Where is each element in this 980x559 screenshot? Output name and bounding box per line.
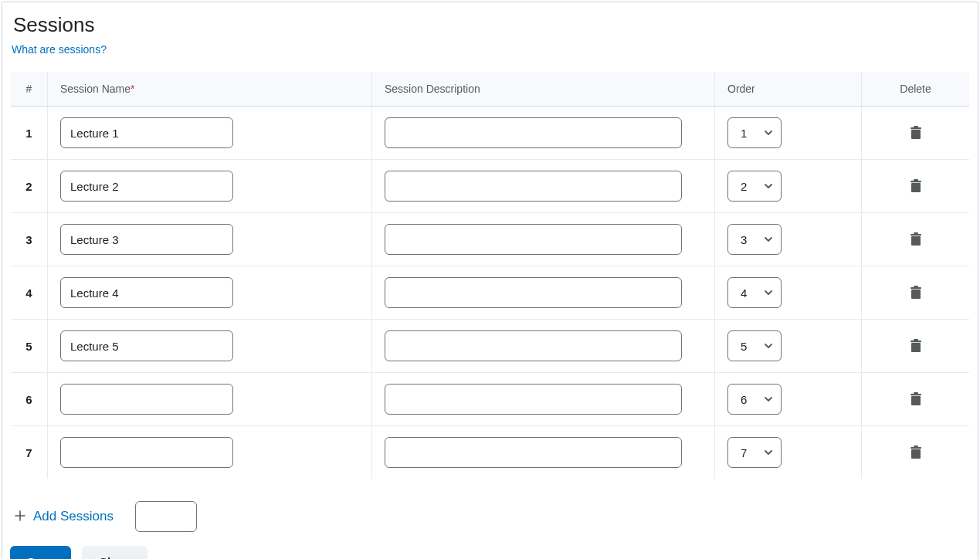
session-description-input[interactable] (385, 330, 682, 361)
save-button[interactable]: Save (10, 546, 71, 559)
svg-rect-19 (910, 447, 921, 449)
order-select[interactable]: 2 (727, 171, 782, 202)
cell-delete (862, 213, 970, 266)
cell-order: 7 (715, 426, 862, 479)
chevron-down-icon (764, 288, 773, 297)
order-select-value: 6 (741, 393, 747, 406)
order-select[interactable]: 1 (727, 117, 782, 148)
chevron-down-icon (764, 448, 773, 457)
svg-rect-20 (914, 446, 918, 447)
cell-order: 3 (715, 213, 862, 266)
delete-button[interactable] (906, 122, 926, 144)
session-name-input[interactable] (60, 330, 233, 361)
add-sessions-count-input[interactable] (135, 501, 197, 532)
session-name-input[interactable] (60, 171, 233, 202)
chevron-down-icon (764, 181, 773, 191)
cell-name (48, 107, 372, 160)
close-button[interactable]: Close (82, 546, 148, 559)
cell-delete (862, 160, 970, 213)
order-select-value: 4 (741, 286, 747, 300)
trash-icon (909, 391, 923, 407)
cell-delete (862, 426, 970, 479)
order-select-value: 7 (741, 446, 747, 459)
cell-description (372, 373, 715, 426)
plus-icon (15, 509, 25, 525)
cell-description (372, 160, 715, 213)
session-description-input[interactable] (385, 224, 682, 255)
session-description-input[interactable] (385, 384, 682, 415)
session-name-input[interactable] (60, 437, 233, 468)
delete-button[interactable] (906, 282, 926, 303)
cell-order: 4 (715, 266, 862, 320)
svg-rect-5 (914, 179, 918, 181)
trash-icon (909, 232, 923, 247)
trash-icon (909, 125, 923, 141)
delete-button[interactable] (906, 388, 926, 410)
session-description-input[interactable] (385, 437, 682, 468)
session-name-input[interactable] (60, 224, 233, 255)
cell-description (372, 320, 715, 373)
table-header-row: # Session Name* Session Description Orde… (11, 72, 970, 107)
order-select[interactable]: 5 (727, 330, 782, 361)
order-select[interactable]: 7 (727, 437, 782, 468)
svg-rect-3 (911, 183, 921, 192)
cell-description (372, 266, 715, 320)
delete-button[interactable] (906, 229, 926, 250)
cell-name (48, 160, 372, 213)
add-sessions-row: Add Sessions (15, 501, 970, 532)
cell-description (372, 107, 715, 160)
trash-icon (909, 338, 923, 354)
cell-order: 6 (715, 373, 862, 426)
footer-buttons: Save Close (10, 546, 970, 559)
svg-rect-10 (910, 287, 921, 289)
svg-rect-16 (910, 394, 921, 395)
cell-name (48, 426, 372, 479)
svg-rect-0 (911, 130, 921, 139)
svg-rect-8 (914, 232, 918, 234)
order-select-value: 2 (741, 180, 747, 193)
svg-rect-1 (910, 127, 921, 129)
session-description-input[interactable] (385, 171, 682, 202)
order-select[interactable]: 6 (727, 384, 782, 415)
order-select-value: 5 (741, 340, 747, 353)
column-header-name-text: Session Name (60, 83, 131, 95)
cell-order: 1 (715, 107, 862, 160)
add-sessions-link[interactable]: Add Sessions (15, 509, 114, 525)
order-select[interactable]: 4 (727, 277, 782, 308)
delete-button[interactable] (906, 175, 926, 197)
chevron-down-icon (764, 395, 773, 404)
table-row: 55 (11, 320, 970, 373)
what-are-sessions-link[interactable]: What are sessions? (12, 43, 107, 56)
svg-rect-13 (910, 340, 921, 342)
cell-name (48, 320, 372, 373)
delete-button[interactable] (906, 442, 926, 463)
row-number: 7 (11, 426, 48, 479)
cell-delete (862, 266, 970, 320)
session-name-input[interactable] (60, 384, 233, 415)
cell-name (48, 266, 372, 320)
order-select[interactable]: 3 (727, 224, 782, 255)
row-number: 2 (11, 160, 48, 213)
row-number: 3 (11, 213, 48, 266)
table-row: 77 (11, 426, 970, 479)
session-description-input[interactable] (385, 277, 682, 308)
svg-rect-12 (911, 343, 921, 352)
cell-order: 5 (715, 320, 862, 373)
cell-name (48, 373, 372, 426)
column-header-number: # (11, 72, 48, 107)
svg-rect-2 (914, 126, 918, 127)
session-description-input[interactable] (385, 117, 682, 148)
sessions-table: # Session Name* Session Description Orde… (10, 71, 970, 479)
cell-delete (862, 107, 970, 160)
svg-rect-14 (914, 339, 918, 340)
add-sessions-label: Add Sessions (33, 509, 114, 524)
svg-rect-17 (914, 392, 918, 394)
table-row: 33 (11, 213, 970, 266)
session-name-input[interactable] (60, 277, 233, 308)
delete-button[interactable] (906, 335, 926, 357)
row-number: 4 (11, 266, 48, 320)
order-select-value: 3 (741, 233, 747, 246)
session-name-input[interactable] (60, 117, 233, 148)
chevron-down-icon (764, 341, 773, 351)
cell-name (48, 213, 372, 266)
